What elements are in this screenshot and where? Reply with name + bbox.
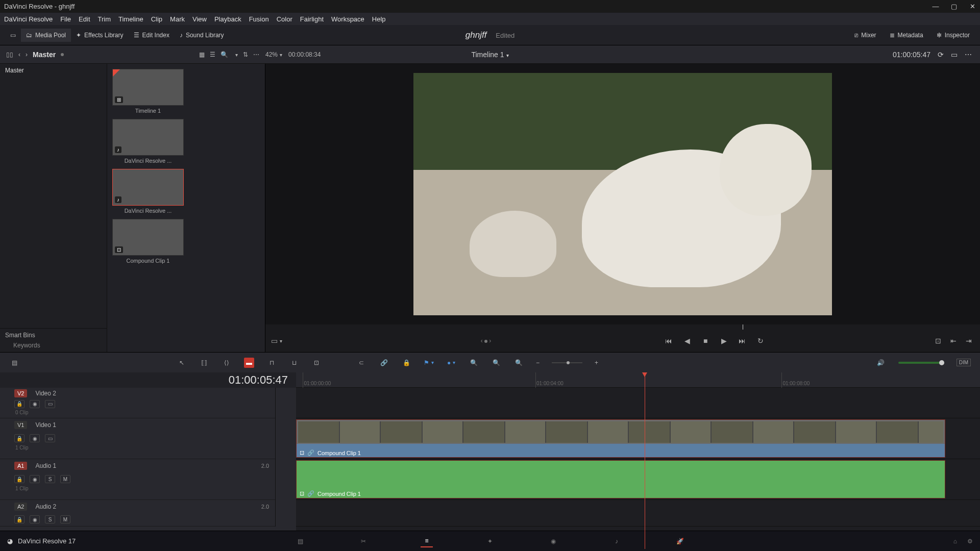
media-pool-button[interactable]: 🗂Media Pool (21, 29, 71, 42)
menu-davinci[interactable]: DaVinci Resolve (4, 15, 53, 23)
track-a1[interactable]: ⊡🔗Compound Clip 1 (296, 459, 980, 500)
lock-icon[interactable]: 🔒 (14, 515, 24, 523)
menu-edit[interactable]: Edit (79, 15, 90, 23)
track-tag[interactable]: A2 (14, 503, 27, 511)
fullscreen-button[interactable]: ▭ (5, 29, 21, 42)
menu-help[interactable]: Help (372, 15, 386, 23)
mixer-button[interactable]: ⎚Mixer (849, 29, 881, 42)
solo-button[interactable]: S (45, 475, 55, 483)
menu-clip[interactable]: Clip (151, 15, 162, 23)
thumb-view-icon[interactable]: ▦ (199, 51, 205, 58)
deliver-page-button[interactable]: 🚀 (674, 535, 686, 547)
menu-workspace[interactable]: Workspace (331, 15, 364, 23)
timeline-ruler[interactable]: 01:00:00:00 01:00:04:00 01:00:08:00 (296, 372, 980, 388)
viewer-canvas[interactable] (265, 64, 980, 324)
menu-color[interactable]: Color (277, 15, 292, 23)
menu-timeline[interactable]: Timeline (118, 15, 143, 23)
nav-back-icon[interactable]: ‹ (18, 51, 20, 58)
track-header-a2[interactable]: A2Audio 22.0 🔒◉SM (0, 500, 275, 527)
viewer-more-icon[interactable]: ⋯ (965, 51, 972, 59)
track-v1[interactable]: ⊡🔗Compound Clip 1 (296, 418, 980, 459)
volume-slider[interactable] (898, 362, 944, 364)
replace-tool[interactable]: ⊡ (311, 358, 322, 368)
cut-page-button[interactable]: ✂ (357, 535, 370, 547)
fairlight-page-button[interactable]: ♪ (610, 535, 623, 547)
home-button[interactable]: ⌂ (953, 538, 957, 545)
mute-button[interactable]: M (60, 475, 70, 483)
match-frame-button[interactable]: ⊡ (934, 337, 942, 345)
single-viewer-icon[interactable]: ▭ (951, 51, 958, 59)
marker-dropdown[interactable]: ● (446, 358, 456, 368)
filter-icon[interactable]: ⇅ (243, 51, 248, 58)
bin-path[interactable]: Master (33, 51, 56, 59)
overwrite-tool[interactable]: ⊔ (289, 358, 299, 368)
effects-library-button[interactable]: ✦Effects Library (71, 29, 128, 42)
panel-icon[interactable]: ▯▯ (6, 51, 13, 58)
list-view-icon[interactable]: ☰ (210, 51, 215, 58)
first-frame-button[interactable]: ⏮ (665, 337, 673, 345)
nav-fwd-icon[interactable]: › (26, 51, 28, 58)
zoom-search-button[interactable]: 🔍 (469, 358, 479, 368)
snap-button[interactable]: ⊂ (356, 358, 366, 368)
smart-bins-header[interactable]: Smart Bins (5, 332, 102, 339)
timeline-view-options[interactable]: ▤ (9, 358, 19, 368)
mute-button[interactable]: M (60, 515, 70, 523)
bypass-icon[interactable]: ⟳ (938, 51, 944, 59)
auto-select-icon[interactable]: ◉ (30, 515, 40, 523)
metadata-button[interactable]: ≣Metadata (885, 29, 928, 42)
menu-view[interactable]: View (192, 15, 207, 23)
menu-mark[interactable]: Mark (170, 15, 185, 23)
inspector-button[interactable]: ✻Inspector (932, 29, 975, 42)
menu-fairlight[interactable]: Fairlight (300, 15, 324, 23)
clip-compound[interactable]: ⊡ Compound Clip 1 (112, 219, 184, 264)
window-close-button[interactable]: ✕ (969, 3, 976, 10)
track-tag[interactable]: V1 (14, 421, 27, 429)
sort-dropdown[interactable] (233, 51, 238, 58)
window-minimize-button[interactable]: — (932, 3, 939, 10)
toggle-icon[interactable]: ▭ (45, 400, 55, 408)
clip-dr2[interactable]: ♪ DaVinci Resolve ... (112, 169, 184, 214)
clip-timeline1[interactable]: ⊞ Timeline 1 (112, 69, 184, 114)
window-maximize-button[interactable]: ▢ (950, 3, 958, 10)
prev-frame-button[interactable]: ◀ (683, 337, 691, 345)
zoom-custom-button[interactable]: 🔍 (513, 358, 524, 368)
lock-icon[interactable]: 🔒 (14, 434, 24, 442)
zoom-detail-button[interactable]: 🔍 (491, 358, 501, 368)
mark-in-button[interactable]: ⇤ (949, 337, 958, 345)
audio-clip[interactable]: ⊡🔗Compound Clip 1 (296, 460, 945, 498)
track-a2[interactable] (296, 500, 980, 527)
auto-select-icon[interactable]: ◉ (30, 475, 40, 483)
edit-index-button[interactable]: ☰Edit Index (129, 29, 175, 42)
jog-bar[interactable] (270, 324, 976, 330)
viewer-mode-dropdown[interactable]: ▭ (273, 337, 281, 345)
track-header-v2[interactable]: V2Video 2 🔒◉▭ 0 Clip (0, 388, 275, 418)
track-tag[interactable]: A1 (14, 462, 27, 470)
next-frame-button[interactable]: ⏭ (738, 337, 746, 345)
color-page-button[interactable]: ◉ (547, 535, 559, 547)
search-icon[interactable]: 🔍 (220, 51, 228, 58)
flag-dropdown[interactable]: ⚑ (424, 358, 434, 368)
settings-button[interactable]: ⚙ (967, 538, 973, 545)
zoom-slider[interactable] (552, 362, 582, 363)
dynamic-trim-tool[interactable]: ⟨⟩ (222, 358, 232, 368)
track-tag[interactable]: V2 (14, 389, 27, 397)
menu-fusion[interactable]: Fusion (249, 15, 269, 23)
playhead[interactable] (645, 372, 645, 549)
track-v2[interactable] (296, 388, 980, 418)
link-button[interactable]: 🔗 (379, 358, 389, 368)
zoom-out-button[interactable]: − (536, 359, 540, 366)
fusion-page-button[interactable]: ✦ (484, 535, 496, 547)
more-icon[interactable]: ⋯ (253, 51, 259, 58)
clip-dr1[interactable]: ♪ DaVinci Resolve ... (112, 119, 184, 164)
blade-tool[interactable]: ▬ (244, 358, 254, 368)
zoom-level[interactable]: 42% (265, 51, 282, 58)
lock-button[interactable]: 🔒 (401, 358, 411, 368)
track-header-a1[interactable]: A1Audio 12.0 🔒◉SM 1 Clip (0, 459, 275, 500)
menu-trim[interactable]: Trim (98, 15, 111, 23)
auto-select-icon[interactable]: ◉ (30, 400, 40, 408)
trim-tool[interactable]: ⟦⟧ (199, 358, 209, 368)
edit-page-button[interactable]: ≡ (421, 535, 433, 547)
play-button[interactable]: ▶ (720, 337, 728, 345)
mute-button[interactable]: 🔊 (876, 358, 886, 368)
stop-button[interactable]: ■ (701, 337, 709, 345)
